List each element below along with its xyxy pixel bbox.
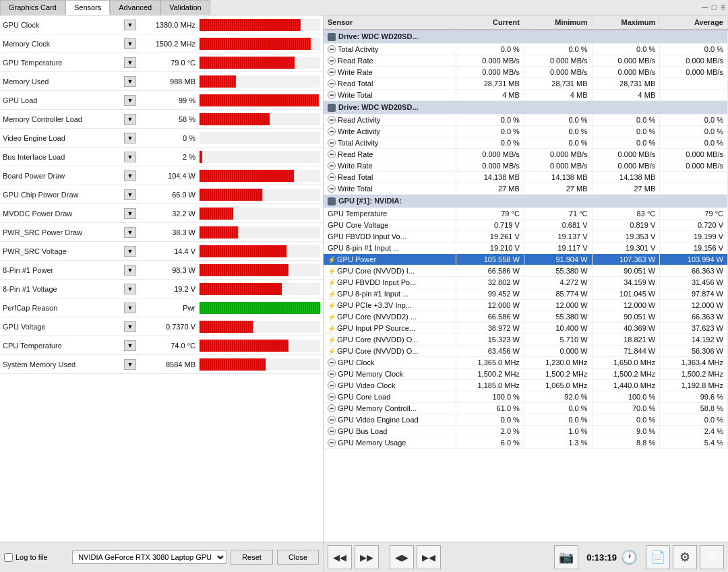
- row-sensor-name: Write Total: [324, 183, 456, 195]
- sensor-bar: [200, 340, 320, 352]
- row-sensor-name: ⚡GPU Core (NVVDD) O...: [324, 346, 456, 357]
- row-sensor-name: GPU FBVDD Input Vo...: [324, 231, 456, 243]
- sensor-dropdown[interactable]: ▼: [124, 246, 136, 257]
- section-header-label: Drive: WDC WD20SD...: [324, 101, 728, 115]
- left-sensor-row: GPU Chip Power Draw▼66.0 W: [0, 185, 323, 204]
- sensor-dropdown[interactable]: ▼: [124, 20, 136, 30]
- row-average: 31.456 W: [660, 277, 728, 288]
- row-average: 37.623 W: [660, 323, 728, 334]
- screenshot-button[interactable]: 📷: [554, 545, 578, 569]
- row-maximum: 28,731 MB: [592, 78, 660, 90]
- row-maximum: 4 MB: [592, 90, 660, 101]
- sensor-dropdown[interactable]: ▼: [124, 227, 136, 238]
- sensor-bar: [200, 321, 320, 333]
- nav-forward-button[interactable]: ▶▶: [355, 545, 379, 569]
- row-current: 19.210 V: [456, 243, 524, 254]
- sensor-dropdown[interactable]: ▼: [124, 265, 136, 276]
- table-row: Total Activity0.0 %0.0 %0.0 %0.0 %: [324, 44, 728, 55]
- minus-icon: [328, 91, 336, 99]
- tab-graphics-card[interactable]: Graphics Card: [0, 0, 65, 15]
- row-maximum: 0.000 MB/s: [592, 149, 660, 160]
- row-sensor-name: GPU Temperature: [324, 208, 456, 220]
- sensor-dropdown[interactable]: ▼: [124, 38, 136, 49]
- table-row: Write Activity0.0 %0.0 %0.0 %0.0 %: [324, 126, 728, 137]
- row-average: 0.0 %: [660, 414, 728, 426]
- sensor-dropdown[interactable]: ▼: [124, 133, 136, 144]
- log-button[interactable]: 📄: [646, 545, 670, 569]
- row-sensor-name: Write Total: [324, 90, 456, 101]
- sensor-bar: [200, 283, 320, 295]
- row-minimum: 71 °C: [524, 208, 592, 220]
- sensor-bar: [200, 264, 320, 276]
- nav-back-button[interactable]: ◀◀: [328, 545, 352, 569]
- left-sensor-row: GPU Load▼99 %: [0, 91, 323, 110]
- sensor-dropdown[interactable]: ▼: [124, 76, 136, 87]
- sensor-dropdown[interactable]: ▼: [124, 189, 136, 200]
- sensor-value: 98.3 W: [139, 266, 200, 274]
- tab-sensors[interactable]: Sensors: [65, 0, 110, 15]
- row-maximum: 1,440.0 MHz: [592, 380, 660, 391]
- sensor-bar: [200, 132, 320, 144]
- sensor-dropdown[interactable]: ▼: [124, 114, 136, 125]
- row-maximum: 0.0 %: [592, 115, 660, 126]
- row-current: 0.000 MB/s: [456, 160, 524, 172]
- sensor-name-label: MVDDC Power Draw: [3, 210, 124, 218]
- gpu-selector[interactable]: NVIDIA GeForce RTX 3080 Laptop GPU: [72, 550, 226, 564]
- close-button[interactable]: Close: [277, 550, 319, 565]
- row-minimum: 0.000 MB/s: [524, 160, 592, 172]
- minimize-icon[interactable]: ─: [702, 3, 708, 12]
- close-x-button[interactable]: ✕: [700, 545, 724, 569]
- row-maximum: 12.000 W: [592, 300, 660, 311]
- skip-right-button[interactable]: ▶◀: [417, 545, 441, 569]
- left-sensor-row: GPU Voltage▼0.7370 V: [0, 317, 323, 336]
- row-current: 100.0 %: [456, 391, 524, 403]
- sensor-dropdown[interactable]: ▼: [124, 208, 136, 219]
- row-average: [660, 90, 728, 101]
- row-minimum: 92.0 %: [524, 391, 592, 403]
- bolt-icon: ⚡: [328, 256, 336, 263]
- sensor-dropdown[interactable]: ▼: [124, 340, 136, 351]
- col-sensor: Sensor: [324, 15, 456, 30]
- sensor-name-label: GPU Temperature: [3, 59, 124, 67]
- row-minimum: 0.681 V: [524, 220, 592, 231]
- left-sensor-row: 8-Pin #1 Voltage▼19.2 V: [0, 280, 323, 298]
- log-checkbox-input[interactable]: [4, 553, 13, 562]
- section-header-row: Drive: WDC WD20SD...: [324, 101, 728, 115]
- sensor-dropdown[interactable]: ▼: [124, 284, 136, 294]
- row-current: 0.000 MB/s: [456, 67, 524, 78]
- row-sensor-name: ⚡GPU Input PP Source...: [324, 323, 456, 334]
- row-current: 28,731 MB: [456, 78, 524, 90]
- sensor-value: 0.7370 V: [139, 323, 200, 331]
- row-minimum: 0.000 MB/s: [524, 149, 592, 160]
- minus-icon: [328, 173, 336, 181]
- restore-icon[interactable]: □: [712, 3, 717, 12]
- sensor-dropdown[interactable]: ▼: [124, 359, 136, 370]
- row-sensor-name: Write Activity: [324, 126, 456, 137]
- minus-icon: [328, 185, 336, 193]
- section-header-label: Drive: WDC WD20SD...: [324, 30, 728, 44]
- reset-button[interactable]: Reset: [231, 550, 273, 565]
- row-current: 32.802 W: [456, 277, 524, 288]
- timer-display: 0:13:19: [586, 552, 617, 563]
- sensor-dropdown[interactable]: ▼: [124, 95, 136, 106]
- table-row: Write Rate0.000 MB/s0.000 MB/s0.000 MB/s…: [324, 160, 728, 172]
- tab-validation[interactable]: Validation: [160, 0, 210, 15]
- sensor-dropdown[interactable]: ▼: [124, 152, 136, 162]
- row-minimum: 55.380 W: [524, 265, 592, 277]
- settings-button[interactable]: ⚙: [673, 545, 697, 569]
- minus-icon: [328, 57, 336, 65]
- sensor-dropdown[interactable]: ▼: [124, 170, 136, 181]
- sensor-dropdown[interactable]: ▼: [124, 321, 136, 332]
- sensor-dropdown[interactable]: ▼: [124, 57, 136, 68]
- menu-icon[interactable]: ≡: [721, 3, 725, 12]
- tab-advanced[interactable]: Advanced: [110, 0, 160, 15]
- row-sensor-name: GPU 8-pin #1 Input ...: [324, 243, 456, 254]
- row-current: 1,500.2 MHz: [456, 369, 524, 380]
- sensor-dropdown[interactable]: ▼: [124, 303, 136, 313]
- sensor-value: Pwr: [139, 304, 200, 312]
- row-maximum: 27 MB: [592, 183, 660, 195]
- log-to-file-checkbox[interactable]: Log to file: [4, 553, 48, 562]
- skip-button[interactable]: ◀▶: [390, 545, 414, 569]
- row-maximum: 8.8 %: [592, 437, 660, 449]
- row-sensor-name: Write Rate: [324, 160, 456, 172]
